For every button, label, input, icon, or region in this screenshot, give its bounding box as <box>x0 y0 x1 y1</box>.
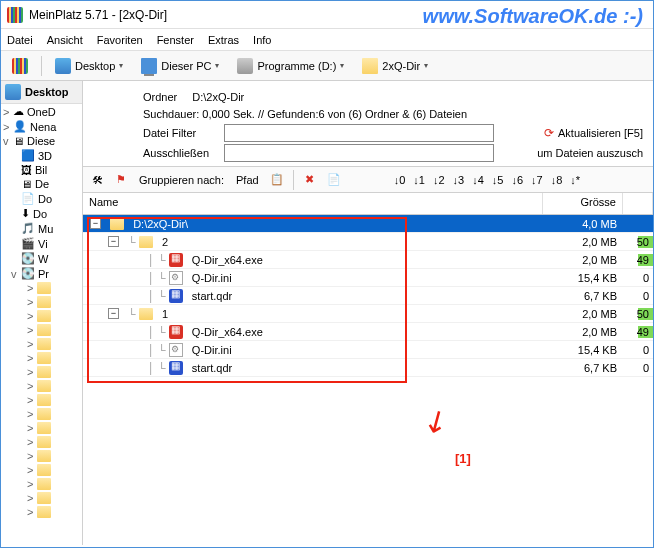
tree-toggle-icon[interactable]: > <box>27 464 37 476</box>
file-row[interactable]: │ └ Q-Dir_x64.exe2,0 MB49 <box>83 323 653 341</box>
filter-input[interactable] <box>224 124 494 142</box>
tree-toggle-icon[interactable]: v <box>11 268 21 280</box>
depth-button[interactable]: ↓6 <box>509 174 525 186</box>
tree-toggle-icon[interactable]: > <box>27 296 37 308</box>
menu-fenster[interactable]: Fenster <box>157 34 194 46</box>
menu-datei[interactable]: Datei <box>7 34 33 46</box>
tree-item[interactable]: 🎵Mu <box>1 221 82 236</box>
tree-item[interactable]: 🟦3D <box>1 148 82 163</box>
breadcrumb-pc[interactable]: Dieser PC ▾ <box>134 54 226 78</box>
sidebar-header[interactable]: Desktop <box>1 81 82 104</box>
file-row[interactable]: − └ 22,0 MB50 <box>83 233 653 251</box>
depth-button[interactable]: ↓0 <box>392 174 408 186</box>
tree-item[interactable]: ⬇Do <box>1 206 82 221</box>
exclude-input[interactable] <box>224 144 494 162</box>
menu-extras[interactable]: Extras <box>208 34 239 46</box>
exclude-label: Ausschließen <box>143 145 218 162</box>
tree-item[interactable]: 💽W <box>1 251 82 266</box>
tree-item[interactable]: v💽Pr <box>1 266 82 281</box>
depth-button[interactable]: ↓8 <box>549 174 565 186</box>
tree-toggle-icon[interactable]: > <box>27 380 37 392</box>
tree-item[interactable]: 🖼Bil <box>1 163 82 177</box>
tree-toggle-icon[interactable]: > <box>27 282 37 294</box>
tree-item-folder[interactable]: > <box>1 421 82 435</box>
refresh-icon[interactable]: ⟳ <box>544 124 554 142</box>
file-row[interactable]: − D:\2xQ-Dir\4,0 MB <box>83 215 653 233</box>
tree-toggle-icon[interactable]: > <box>27 310 37 322</box>
tree-toggle-icon[interactable]: > <box>27 338 37 350</box>
tree-toggle-icon[interactable]: > <box>27 422 37 434</box>
tree-toggle-icon[interactable]: > <box>27 324 37 336</box>
tree-item[interactable]: 🖥De <box>1 177 82 191</box>
depth-button[interactable]: ↓4 <box>470 174 486 186</box>
column-name[interactable]: Name <box>83 193 543 214</box>
tree-toggle-icon[interactable]: > <box>27 478 37 490</box>
tree-toggle-icon[interactable]: > <box>27 366 37 378</box>
file-row[interactable]: │ └ start.qdr6,7 KB0 <box>83 287 653 305</box>
tree-toggle-icon[interactable]: > <box>3 106 13 118</box>
tree-item[interactable]: 📄Do <box>1 191 82 206</box>
chevron-down-icon: ▾ <box>424 61 428 70</box>
tree-item[interactable]: >👤Nena <box>1 119 82 134</box>
tree-item-folder[interactable]: > <box>1 435 82 449</box>
tree-toggle-icon[interactable]: > <box>27 408 37 420</box>
tree-item-folder[interactable]: > <box>1 379 82 393</box>
column-pct[interactable] <box>623 193 653 214</box>
tree-toggle-icon[interactable]: > <box>27 352 37 364</box>
tool-btn-4[interactable]: 📄 <box>324 170 344 190</box>
refresh-label[interactable]: Aktualisieren [F5] <box>558 125 643 142</box>
depth-button[interactable]: ↓* <box>568 174 582 186</box>
depth-button[interactable]: ↓3 <box>451 174 467 186</box>
tree-item-folder[interactable]: > <box>1 295 82 309</box>
tree-item-folder[interactable]: > <box>1 491 82 505</box>
tree-toggle-icon[interactable]: > <box>3 121 13 133</box>
menu-ansicht[interactable]: Ansicht <box>47 34 83 46</box>
expander-icon[interactable]: − <box>90 218 101 229</box>
breadcrumb-desktop[interactable]: Desktop ▾ <box>48 54 130 78</box>
tree-item-folder[interactable]: > <box>1 351 82 365</box>
menu-info[interactable]: Info <box>253 34 271 46</box>
file-row[interactable]: │ └ Q-Dir.ini15,4 KB0 <box>83 341 653 359</box>
tree-item-folder[interactable]: > <box>1 407 82 421</box>
file-row[interactable]: − └ 12,0 MB50 <box>83 305 653 323</box>
tool-btn-1[interactable]: 🛠 <box>87 170 107 190</box>
tree-item-folder[interactable]: > <box>1 463 82 477</box>
tree-item[interactable]: 🎬Vi <box>1 236 82 251</box>
tree-toggle-icon[interactable]: > <box>27 492 37 504</box>
tree-item-folder[interactable]: > <box>1 505 82 519</box>
tree-item-folder[interactable]: > <box>1 281 82 295</box>
tree-toggle-icon[interactable]: v <box>3 135 13 147</box>
tree-toggle-icon[interactable]: > <box>27 506 37 518</box>
tree-item-folder[interactable]: > <box>1 393 82 407</box>
toolbar-nav-btn[interactable] <box>5 54 35 78</box>
tree-item-folder[interactable]: > <box>1 323 82 337</box>
expander-icon[interactable]: − <box>108 308 119 319</box>
tree-item-folder[interactable]: > <box>1 337 82 351</box>
tree-item-folder[interactable]: > <box>1 309 82 323</box>
delete-btn[interactable]: ✖ <box>300 170 320 190</box>
depth-button[interactable]: ↓1 <box>411 174 427 186</box>
tree-item[interactable]: >☁OneD <box>1 104 82 119</box>
tree-toggle-icon[interactable]: > <box>27 394 37 406</box>
tree-toggle-icon[interactable]: > <box>27 436 37 448</box>
file-row[interactable]: │ └ start.qdr6,7 KB0 <box>83 359 653 377</box>
column-size[interactable]: Grösse <box>543 193 623 214</box>
menu-favoriten[interactable]: Favoriten <box>97 34 143 46</box>
tree-item-folder[interactable]: > <box>1 365 82 379</box>
group-value[interactable]: Pfad <box>232 174 263 186</box>
file-size: 6,7 KB <box>543 362 623 374</box>
breadcrumb-folder[interactable]: 2xQ-Dir ▾ <box>355 54 435 78</box>
tool-btn-3[interactable]: 📋 <box>267 170 287 190</box>
tree-item[interactable]: v🖥Diese <box>1 134 82 148</box>
tool-btn-2[interactable]: ⚑ <box>111 170 131 190</box>
file-row[interactable]: │ └ Q-Dir_x64.exe2,0 MB49 <box>83 251 653 269</box>
file-row[interactable]: │ └ Q-Dir.ini15,4 KB0 <box>83 269 653 287</box>
depth-button[interactable]: ↓2 <box>431 174 447 186</box>
depth-button[interactable]: ↓5 <box>490 174 506 186</box>
tree-item-folder[interactable]: > <box>1 449 82 463</box>
expander-icon[interactable]: − <box>108 236 119 247</box>
tree-item-folder[interactable]: > <box>1 477 82 491</box>
tree-toggle-icon[interactable]: > <box>27 450 37 462</box>
depth-button[interactable]: ↓7 <box>529 174 545 186</box>
breadcrumb-drive[interactable]: Programme (D:) ▾ <box>230 54 351 78</box>
